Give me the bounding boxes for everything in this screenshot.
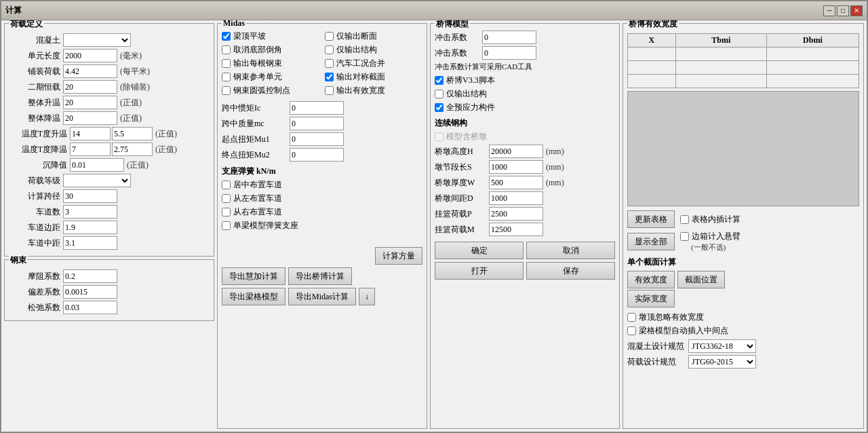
temp-t-rise-unit: (正值) [155, 128, 177, 140]
midas-cb5[interactable] [222, 86, 231, 95]
relax-label: 松弛系数 [9, 302, 63, 314]
midas-cb8[interactable] [325, 59, 334, 68]
model-pier-row: 模型含桥墩 [435, 131, 615, 143]
temp-rise-input[interactable]: 20 [63, 96, 117, 109]
concrete-select[interactable] [63, 33, 131, 47]
midas-cb3[interactable] [222, 59, 231, 68]
v33-checkbox[interactable] [435, 76, 443, 85]
model-pier-checkbox[interactable] [435, 132, 443, 141]
pier-thick-input[interactable]: 500 [489, 176, 543, 189]
calc-span-row: 计算跨径 30 [9, 189, 210, 203]
actual-width-btn[interactable]: 实际宽度 [627, 290, 675, 307]
midas-cb10[interactable] [325, 86, 334, 95]
lane-center-label: 车道中距 [9, 238, 63, 249]
confirm-btn[interactable]: 确定 [435, 242, 524, 259]
spring-cb3[interactable] [222, 208, 231, 216]
concrete-label: 混凝土 [9, 35, 63, 46]
temp-t-rise-label: 温度T度升温 [9, 128, 70, 140]
temp-t-drop-v2-input[interactable]: 2.75 [112, 143, 153, 156]
lane-count-input[interactable]: 3 [63, 205, 117, 219]
unit-length-input[interactable]: 2000 [63, 49, 117, 62]
deviation-input[interactable]: 0.0015 [63, 285, 117, 299]
minimize-button[interactable]: ─ [823, 5, 835, 16]
temp-drop-label: 整体降温 [9, 113, 63, 124]
midas-cb3-row: 输出每根钢束 [222, 58, 319, 69]
lane-edge-input[interactable]: 1.9 [63, 221, 117, 234]
eff-width-btn[interactable]: 有效宽度 [627, 271, 675, 288]
bridge-height-input[interactable]: 20000 [489, 145, 543, 158]
spring-cb2[interactable] [222, 194, 231, 203]
cancel-btn[interactable]: 取消 [526, 242, 615, 259]
pier-seg-input[interactable]: 1000 [489, 160, 543, 174]
friction-input[interactable]: 0.2 [63, 269, 117, 283]
basket-load-input[interactable]: 2500 [489, 207, 543, 221]
spring-cb4[interactable] [222, 221, 231, 230]
temp-t-drop-v1-input[interactable]: 7 [70, 143, 111, 156]
relax-input[interactable]: 0.03 [63, 301, 117, 314]
output-struct-row: 仅输出结构 [435, 88, 615, 100]
calc-btn[interactable]: 计算方量 [375, 247, 422, 265]
auto-insert-checkbox[interactable] [627, 326, 636, 335]
start-torque-input[interactable]: 0 [290, 132, 344, 146]
spring-cb3-label: 从右布置车道 [233, 206, 282, 218]
open-btn[interactable]: 打开 [435, 262, 524, 280]
lane-center-input[interactable]: 3.1 [63, 236, 117, 250]
output-struct-checkbox[interactable] [435, 90, 443, 98]
interp-checkbox[interactable] [680, 215, 689, 224]
span-inertia-input[interactable]: 0 [290, 101, 344, 115]
settlement-input[interactable]: 0.01 [70, 158, 124, 172]
update-table-btn[interactable]: 更新表格 [627, 210, 675, 228]
temp-t-rise-v1-input[interactable]: 14 [70, 127, 111, 140]
export-hui-btn[interactable]: 导出慧加计算 [222, 267, 285, 285]
close-button[interactable]: ✕ [850, 5, 863, 16]
deviation-label: 偏差系数 [9, 286, 63, 298]
impact1-input[interactable]: 0 [482, 31, 536, 44]
temp-t-rise-v2-input[interactable]: 5.5 [112, 127, 153, 140]
section-pos-btn[interactable]: 截面位置 [677, 271, 725, 288]
second-dead-row: 二期恒载 20 (除铺装) [9, 80, 210, 94]
midas-cb2[interactable] [222, 45, 231, 54]
save-btn[interactable]: 保存 [526, 262, 615, 280]
midas-cb6-label: 仅输出断面 [336, 31, 377, 42]
full-prestress-checkbox[interactable] [435, 103, 443, 112]
basket-moment-label: 挂篮荷载M [435, 224, 489, 236]
single-section-label: 单个截面计算 [627, 257, 859, 268]
export-beam-btn[interactable]: 导出梁格模型 [222, 288, 285, 305]
load-grade-select[interactable] [63, 174, 131, 187]
second-dead-input[interactable]: 20 [63, 80, 117, 94]
load-definition-title: 荷载定义 [9, 20, 44, 30]
show-all-btn[interactable]: 显示全部 [627, 233, 675, 250]
midas-cb6-row: 仅输出断面 [325, 31, 422, 42]
pier-dist-input[interactable]: 1000 [489, 191, 543, 205]
midas-cb1[interactable] [222, 32, 231, 41]
load-code-select[interactable]: JTG60-2015 JTG60-2004 [688, 355, 756, 369]
export-midas-btn[interactable]: 导出Midas计算 [288, 288, 356, 305]
span-mass-input[interactable]: 0 [290, 117, 344, 130]
midas-cb4[interactable] [222, 73, 231, 81]
concrete-code-label: 混凝土设计规范 [627, 341, 688, 352]
spring-cb4-label: 单梁模型弹簧支座 [233, 220, 298, 231]
down-arrow-btn[interactable]: ↓ [359, 288, 375, 305]
midas-cb9-label: 输出对称截面 [336, 71, 385, 83]
concrete-code-select[interactable]: JTG3362-18 JTG3362-04 [688, 339, 756, 353]
end-torque-input[interactable]: 0 [290, 148, 344, 162]
midas-cb1-label: 梁顶平坡 [233, 31, 266, 42]
temp-drop-input[interactable]: 20 [63, 111, 117, 125]
calc-span-input[interactable]: 30 [63, 189, 117, 203]
maximize-button[interactable]: □ [837, 5, 849, 16]
midas-cb9-row: 输出对称截面 [325, 71, 422, 83]
impact2-input[interactable]: 0 [482, 46, 536, 60]
midas-cb6[interactable] [325, 32, 334, 41]
load-grade-row: 荷载等级 [9, 174, 210, 187]
export-qiaobo-btn[interactable]: 导出桥博计算 [288, 267, 352, 285]
midas-cb9[interactable] [325, 73, 334, 81]
cantilever-checkbox[interactable] [680, 232, 689, 241]
pave-load-unit: (每平米) [120, 66, 150, 77]
pave-load-input[interactable]: 4.42 [63, 64, 117, 78]
settlement-unit: (正值) [127, 159, 149, 171]
basket-moment-input[interactable]: 12500 [489, 223, 543, 236]
ignore-cap-checkbox[interactable] [627, 313, 636, 322]
friction-row: 摩阻系数 0.2 [9, 269, 210, 283]
midas-cb7[interactable] [325, 45, 334, 54]
spring-cb1[interactable] [222, 181, 231, 189]
